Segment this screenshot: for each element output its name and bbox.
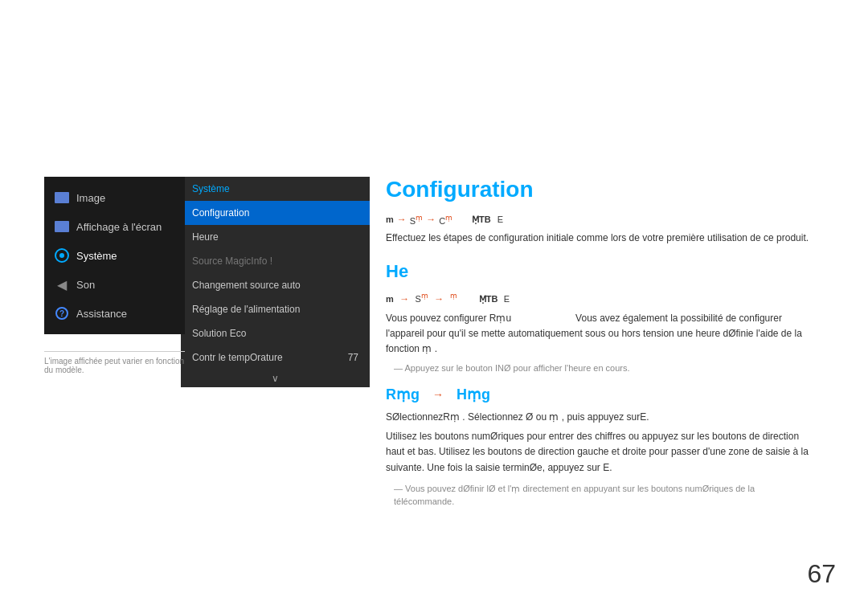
configuration-description: Effectuez les étapes de configuration in…: [386, 231, 812, 245]
display-icon: [54, 219, 70, 235]
help-icon: ?: [54, 305, 70, 321]
sidebar-item-image[interactable]: Image: [44, 183, 185, 212]
sidebar-label-system: Système: [76, 250, 117, 262]
submenu-item-changement[interactable]: Changement source auto: [181, 273, 370, 297]
sidebar: Image Affichage à l'écran Système ◀ Son: [44, 177, 185, 334]
sidebar-label-help: Assistance: [76, 308, 127, 320]
reglage-body: Utilisez les boutons numØriques pour ent…: [386, 429, 812, 476]
submenu-item-configuration[interactable]: Configuration: [181, 201, 370, 225]
sidebar-item-display[interactable]: Affichage à l'écran: [44, 212, 185, 241]
sound-icon: ◀: [54, 276, 70, 292]
sidebar-label-display: Affichage à l'écran: [76, 221, 162, 233]
submenu-item-source[interactable]: Source MagicInfo !: [181, 249, 370, 273]
reglage-arrow: →: [432, 388, 444, 401]
submenu-item-reglage[interactable]: Réglage de l'alimentation: [181, 297, 370, 321]
reglage-title2: Hṃg: [457, 386, 490, 403]
sidebar-item-sound[interactable]: ◀ Son: [44, 270, 185, 299]
sidebar-item-system[interactable]: Système: [44, 241, 185, 270]
page-number: 67: [807, 559, 836, 589]
submenu-item-value: 77: [348, 352, 358, 363]
chevron-down-icon: ∨: [181, 370, 370, 387]
heure-description: Vous pouvez configurer Rṃu Vous avez éga…: [386, 311, 812, 358]
reglage-section: Rṃg → Hṃg: [386, 386, 812, 403]
reglage-title1: Rṃg: [386, 386, 420, 403]
footnote: L'image affichée peut varier en fonction…: [44, 351, 185, 374]
reglage-note1: — Vous pouvez dØfinir lØ et l'ṃ directem…: [386, 482, 812, 509]
submenu-title: Système: [181, 177, 370, 201]
submenu-item-controle[interactable]: Contr le tempOrature 77: [181, 345, 370, 370]
select-line: SØlectionnezRṃ . Sélectionnez Ø ou ṃ , p…: [386, 411, 812, 423]
heure-nav-path: m → Sṃ → ṃ ṂTB E: [386, 292, 812, 304]
sidebar-label-sound: Son: [76, 279, 95, 291]
configuration-nav-path: m → Sṃ → Cṃ ṂTB E: [386, 214, 812, 226]
image-icon: [54, 190, 70, 206]
system-icon: [54, 247, 70, 264]
heure-note: — Appuyez sur le bouton INØ pour affiche…: [394, 363, 812, 373]
sidebar-label-image: Image: [76, 192, 105, 204]
sidebar-item-help[interactable]: ? Assistance: [44, 299, 185, 328]
submenu: Système Configuration Heure Source Magic…: [181, 177, 370, 387]
submenu-item-solution[interactable]: Solution Eco: [181, 321, 370, 345]
configuration-title: Configuration: [386, 177, 812, 202]
content-area: Configuration m → Sṃ → Cṃ ṂTB E Effectue…: [386, 177, 836, 512]
submenu-item-heure[interactable]: Heure: [181, 225, 370, 249]
heure-title: He: [386, 261, 812, 282]
